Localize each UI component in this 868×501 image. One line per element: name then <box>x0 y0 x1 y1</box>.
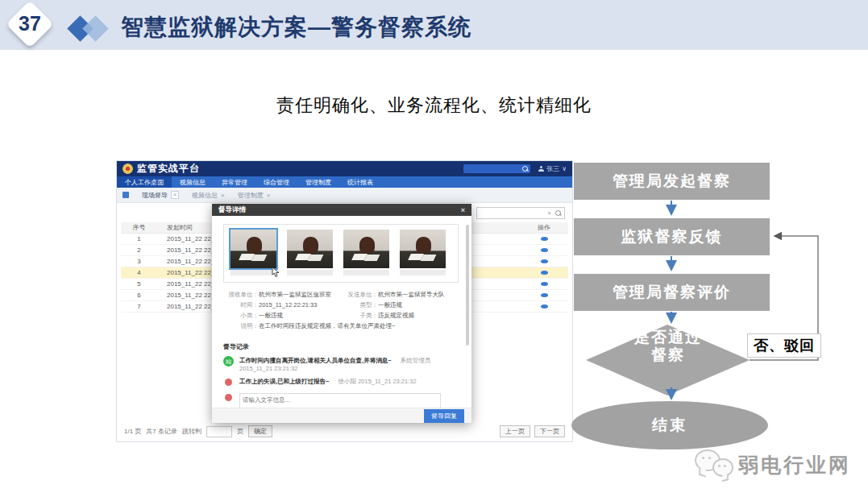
view-eye-icon[interactable] <box>541 293 548 297</box>
cell-seq: 2 <box>121 246 157 254</box>
snapshot-thumbnail-selected[interactable] <box>230 230 276 282</box>
cctv-snapshot-image <box>230 230 276 268</box>
decision-line2: 督察 <box>587 346 750 364</box>
nav-item-mgmt-rules[interactable]: 管理制度 <box>297 176 339 188</box>
tab-bar: 现场督导 × 视频信息 × 管理制度 × <box>117 188 572 203</box>
app-brand: 监管实战平台 <box>137 162 200 176</box>
nav-item-statistics[interactable]: 统计报表 <box>339 176 381 188</box>
view-eye-icon[interactable] <box>541 304 548 308</box>
slide-title: 智慧监狱解决方案—警务督察系统 <box>121 12 471 43</box>
snapshot-thumbnail[interactable] <box>343 230 389 282</box>
snapshot-gallery <box>223 224 459 283</box>
record-meta: 徐小阳 2015_11_21 23:21:32 <box>338 378 417 385</box>
police-emblem-icon <box>123 164 133 174</box>
cell-action <box>520 258 568 265</box>
tab-label: 视频信息 <box>192 191 218 200</box>
search-icon[interactable] <box>522 166 528 172</box>
flow-step-evaluate: 管理局督察评价 <box>574 274 770 311</box>
header-action: 操作 <box>520 223 568 232</box>
cell-action <box>520 269 568 276</box>
thumbnail-caption-bar <box>343 270 389 275</box>
supervision-detail-dialog: 督导详情 × 接收单位： 杭州市第一监狱监区值班室 <box>212 204 471 423</box>
snapshot-thumbnail[interactable] <box>400 230 446 282</box>
tab-onsite-supervision[interactable]: 现场督导 × <box>135 191 185 200</box>
nav-item-comprehensive-mgmt[interactable]: 综合管理 <box>255 176 297 188</box>
cctv-snapshot-image <box>400 230 446 268</box>
description-value: 在工作时间段违反规定视频，请有关单位严肃处理~ <box>259 322 395 330</box>
close-icon[interactable]: × <box>171 191 179 199</box>
nav-item-personal-desktop[interactable]: 个人工作桌面 <box>117 176 172 188</box>
reply-button[interactable]: 督导回复 <box>424 409 464 423</box>
cell-action <box>520 235 568 242</box>
snapshot-thumbnail[interactable] <box>287 230 333 282</box>
record-text: 工作时间内擅自离开岗位,请相关人员单位自查,并将消息~ <box>239 357 392 364</box>
jump-page-input[interactable] <box>206 426 232 437</box>
subcategory-value: 一般违规 <box>259 312 283 320</box>
slide-subtitle: 责任明确化、业务流程化、统计精细化 <box>0 93 868 118</box>
records-heading: 督导记录 <box>223 342 462 351</box>
thumbnail-caption-bar <box>230 270 276 275</box>
time-label: 时间： <box>223 301 259 309</box>
receive-unit-value: 杭州市第一监狱监区值班室 <box>259 291 331 299</box>
table-search-input[interactable]: × <box>476 207 565 219</box>
cell-seq: 4 <box>121 269 157 276</box>
time-value: 2015_11_12 22:21:33 <box>259 301 317 309</box>
app-nav: 个人工作桌面 视频信息 异常管理 综合管理 管理制度 统计报表 <box>117 176 572 188</box>
cell-seq: 1 <box>121 235 157 242</box>
tab-mgmt-rules[interactable]: 管理制度 × <box>231 191 277 200</box>
clear-icon[interactable]: × <box>547 209 551 217</box>
jump-label: 跳转到 <box>182 427 201 436</box>
thumbnail-caption-bar <box>287 270 333 275</box>
prev-page-button[interactable]: 上一页 <box>500 425 530 437</box>
view-eye-icon[interactable] <box>541 271 548 275</box>
close-icon[interactable]: × <box>221 192 225 199</box>
flow-step-initiate: 管理局发起督察 <box>574 163 770 200</box>
cell-seq: 5 <box>121 280 157 288</box>
cell-action <box>520 292 568 299</box>
thumbnail-caption-bar <box>400 270 446 275</box>
decision-line1: 是否通过 <box>587 329 750 346</box>
tab-home-icon[interactable] <box>123 192 129 198</box>
dialog-scrollbar[interactable] <box>466 225 469 346</box>
close-icon[interactable]: × <box>267 192 271 199</box>
start-badge-icon: 始 <box>223 356 234 366</box>
record-text: 工作上的失误,已和上级打过报告~ <box>239 378 329 385</box>
cell-action <box>520 246 568 254</box>
record-dot-icon <box>225 394 232 401</box>
tab-label: 管理制度 <box>238 191 264 200</box>
view-eye-icon[interactable] <box>541 237 548 241</box>
view-eye-icon[interactable] <box>541 282 548 286</box>
search-icon[interactable] <box>555 210 561 216</box>
nav-item-video-info[interactable]: 视频信息 <box>172 176 214 188</box>
cell-action <box>520 303 568 310</box>
type-label: 类型： <box>343 301 378 309</box>
cell-seq: 3 <box>121 258 157 265</box>
pagination-bar: 1/1 页 共7 条记录 跳转到 页 确定 上一页 下一页 <box>124 425 565 437</box>
cell-seq: 7 <box>121 303 157 310</box>
cell-action <box>520 280 568 288</box>
cctv-snapshot-image <box>287 230 333 268</box>
user-menu[interactable]: 张三 ∨ <box>538 164 567 173</box>
decision-text: 是否通过 督察 <box>587 329 750 364</box>
tab-video-info[interactable]: 视频信息 × <box>185 191 231 200</box>
nav-item-exception-mgmt[interactable]: 异常管理 <box>214 176 255 188</box>
confirm-button[interactable]: 确定 <box>248 425 272 437</box>
record-dot-icon <box>225 379 232 386</box>
view-eye-icon[interactable] <box>541 259 548 263</box>
description-label: 说明： <box>223 322 259 330</box>
next-page-button[interactable]: 下一页 <box>534 425 565 437</box>
user-name: 张三 <box>546 164 559 173</box>
view-eye-icon[interactable] <box>541 248 548 252</box>
subcategory-label: 小类： <box>223 312 259 320</box>
receive-unit-label: 接收单位： <box>223 291 259 299</box>
record-item: 始 工作时间内擅自离开岗位,请相关人员单位自查,并将消息~ 系统管理员 2015… <box>223 357 462 372</box>
close-icon[interactable]: × <box>461 206 465 214</box>
process-flowchart: 管理局发起督察 监狱督察反馈 管理局督察评价 是否通过 督察 否、驳回 结束 <box>564 157 868 459</box>
dialog-footer: 督导回复 <box>212 408 471 423</box>
page-unit-label: 页 <box>237 427 243 436</box>
global-search-input[interactable] <box>463 164 530 173</box>
page-info: 1/1 页 <box>124 427 141 436</box>
wechat-icon <box>695 448 732 482</box>
cell-seq: 6 <box>121 292 157 299</box>
cursor-hand-icon <box>271 267 280 278</box>
